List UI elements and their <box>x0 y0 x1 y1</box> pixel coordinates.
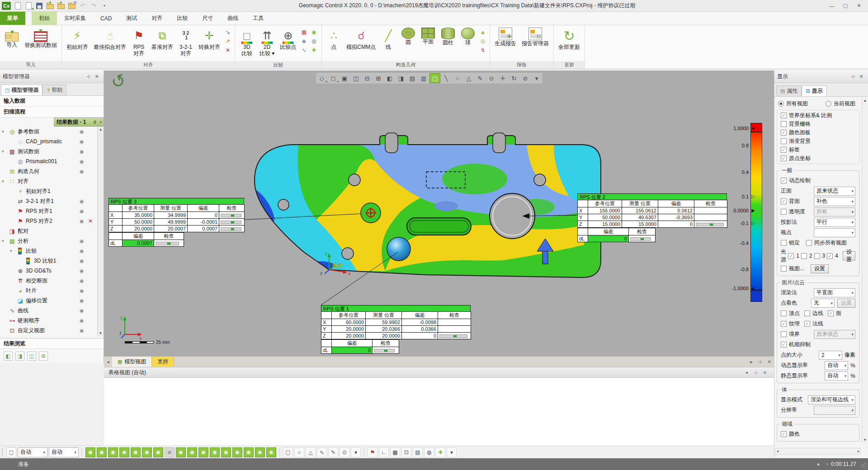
panel-hscrollbar[interactable]: ◂▸ <box>775 448 861 455</box>
paint-selection-icon[interactable]: ✎ <box>475 73 486 83</box>
line-selection-icon[interactable]: ╲ <box>441 73 452 83</box>
toggle-pair-visibility[interactable]: ◉ <box>153 447 163 457</box>
tab-model-manager[interactable]: ◳ 模型管理器 <box>1 85 42 95</box>
visibility-eye-icon[interactable]: ◉ <box>80 129 84 135</box>
dynamic-draw-option[interactable]: 动态绘制 <box>777 175 859 186</box>
visibility-eye-icon[interactable]: ◉ <box>80 248 84 254</box>
close-icon[interactable]: ✕ <box>857 74 865 80</box>
boundary-checkbox[interactable] <box>781 331 787 337</box>
display-mode-select[interactable]: 渲染和可视边线 <box>808 395 855 404</box>
select-polygon-icon[interactable]: △ <box>306 447 316 457</box>
lock-checkbox[interactable] <box>781 240 787 246</box>
tree-item-analysis[interactable]: ▾ ▩ 分析 ◉ <box>0 236 98 246</box>
option-background-grid[interactable]: 背景栅格 <box>777 120 859 128</box>
tab-properties[interactable]: ▤ 属性 <box>776 85 802 96</box>
report-manager-button[interactable]: ⚙ 报告管理器 <box>519 26 552 48</box>
view-preset-icon[interactable]: ◇▾ <box>316 73 327 83</box>
point-button[interactable]: ∴ 点 <box>324 26 344 52</box>
toggle-annotation-visibility[interactable]: ◉ <box>255 447 265 457</box>
projection-select[interactable]: 平行 <box>814 218 855 227</box>
suppress-checkbox[interactable] <box>781 342 787 348</box>
tree-item-probe-sequence[interactable]: ⊶ 硬测顺序 ◉ <box>0 315 98 325</box>
visibility-eye-icon[interactable]: ◉ <box>80 159 84 164</box>
grid-snap-icon[interactable]: ▦ <box>390 447 400 457</box>
edge-checkbox[interactable] <box>804 310 810 316</box>
toggle-compare-visibility[interactable]: ◉ <box>119 447 129 457</box>
visibility-eye-icon[interactable]: ◉ <box>80 298 84 304</box>
viewpoint-select[interactable] <box>814 228 855 237</box>
texture-checkbox[interactable] <box>781 321 787 327</box>
scroll-right-icon[interactable]: ▸ <box>747 357 756 367</box>
checkbox[interactable] <box>781 147 787 153</box>
redo-icon[interactable]: ↷ <box>90 2 98 10</box>
app-logo[interactable]: Cx <box>2 2 11 10</box>
tree-item-cad-prismatic[interactable]: ◇ CAD_prismatic ◉ <box>0 136 98 146</box>
tree-item-curve[interactable]: ∿ 曲线 ◉ <box>0 306 98 315</box>
align-mini-icon-2[interactable]: ↗ <box>224 37 232 45</box>
toggle-label-visibility[interactable]: ◉ <box>244 447 254 457</box>
tree-item-offset-position[interactable]: ◪ 偏移位置 ◉ <box>0 296 98 306</box>
compare-2d-button[interactable]: ⇈ 2D 比较 ▾ <box>257 26 277 58</box>
normal-checkbox[interactable] <box>804 321 810 327</box>
tree-item-initial-align-1[interactable]: ⚡ 初始对齐1 <box>0 186 98 196</box>
radio-all-views[interactable] <box>778 101 784 107</box>
scroll-left-icon[interactable]: ◂ <box>104 357 112 367</box>
render-method-select[interactable]: 平直面 <box>814 288 855 297</box>
import-folder-icon[interactable] <box>46 2 54 10</box>
tree-item-rps-align-1[interactable]: ⚑ RPS 对齐1 ◉ <box>0 206 98 216</box>
point-shading-select[interactable]: 无 <box>811 299 835 308</box>
align-mini-icon-3[interactable]: ✕ <box>224 46 232 54</box>
rps-align-button[interactable]: ⚑ RPS 对齐 <box>129 26 149 58</box>
save-icon[interactable] <box>35 2 43 10</box>
tab-model-view[interactable]: ▦ 模型视图 <box>112 357 152 367</box>
model-viewport[interactable]: 原点 x y z ↺ ◇▾◻▾▣◫⊟⊞◧◨▤▥▢╲○△✎⊙✛↻⊘▾ RPS 位置… <box>104 70 774 356</box>
checkbox[interactable] <box>781 155 787 161</box>
option-world-coordinate[interactable]: 世界坐标系& 比例 <box>777 111 859 120</box>
tree-item-alignment[interactable]: ▾ ∷ 对齐 <box>0 176 98 186</box>
layout-view-icon[interactable]: ⊞ <box>39 352 48 361</box>
visibility-eye-icon[interactable]: ◉ <box>80 328 84 334</box>
plane-button[interactable]: 平面 <box>418 26 438 46</box>
select-paint-icon[interactable]: ✎ <box>328 447 338 457</box>
rectangle-selection-icon[interactable]: ▢ <box>429 73 440 83</box>
selection-box-icon[interactable]: ▢ <box>6 447 16 457</box>
visibility-eye-icon[interactable]: ◉ <box>80 218 84 224</box>
sphere-button[interactable]: 球 <box>458 26 478 47</box>
more-tools-icon[interactable]: ▾ <box>531 73 542 83</box>
visibility-eye-icon[interactable]: ◉ <box>80 149 84 155</box>
viewport-split-v-icon[interactable]: ◫ <box>350 73 361 83</box>
section-scan-process[interactable]: 扫描流程 <box>0 107 104 118</box>
layout-grid-icon[interactable]: ▤ <box>407 73 418 83</box>
open-document-icon[interactable] <box>24 2 33 10</box>
tab-align[interactable]: 对齐 <box>144 14 170 22</box>
update-all-button[interactable]: ↻ 全部更新 <box>556 26 583 52</box>
checkbox[interactable] <box>781 138 787 144</box>
toggle-solid-visibility[interactable]: ◉ <box>198 447 208 457</box>
toolbar-grip[interactable] <box>2 448 4 456</box>
rotate-icon[interactable]: ↻ <box>509 73 519 83</box>
tab-dimension[interactable]: 尺寸 <box>195 14 220 22</box>
folder-settings-icon[interactable] <box>68 2 76 10</box>
tree-item-cross-section[interactable]: ⇈ 相交断面 ◉ <box>0 276 98 286</box>
view-settings-button[interactable]: 设置 <box>811 264 829 273</box>
close-icon[interactable]: ✕ <box>765 357 774 367</box>
option-labels[interactable]: 标签 <box>777 146 859 154</box>
toggle-sphere-visibility[interactable]: ◉ <box>221 447 231 457</box>
compare-points-button[interactable]: ⊕ 比较点 <box>277 26 299 52</box>
tab-test[interactable]: 测试 <box>119 14 144 22</box>
deselect-icon[interactable]: ⊘ <box>520 73 531 83</box>
tree-item-airfoil[interactable]: ◕ 叶片 ◉ <box>0 286 98 296</box>
light-4-checkbox[interactable]: 4 <box>827 253 838 259</box>
align-321-button[interactable]: 3 2 1 3-2-1 对齐 <box>176 26 196 58</box>
best-fit-align-button[interactable]: ☝ 最佳拟合对齐 <box>91 26 129 52</box>
tab-curve[interactable]: 曲线 <box>220 14 245 22</box>
toggle-point-visibility[interactable]: ◉ <box>176 447 186 457</box>
cone-icon[interactable]: ▲ <box>479 28 487 36</box>
expander-icon[interactable]: ▾ <box>2 179 8 183</box>
tree-scrollbar[interactable]: ▲▼ <box>97 127 104 336</box>
visibility-eye-icon[interactable]: ◉ <box>80 258 84 264</box>
visibility-eye-icon[interactable]: ◉ <box>80 198 84 204</box>
tree-item-3d-gdts[interactable]: ⊕ 3D GD&Ts ◉ <box>0 266 98 276</box>
sync-views-checkbox[interactable] <box>806 240 812 246</box>
toolbar-more-icon[interactable]: ▾ <box>100 2 108 10</box>
